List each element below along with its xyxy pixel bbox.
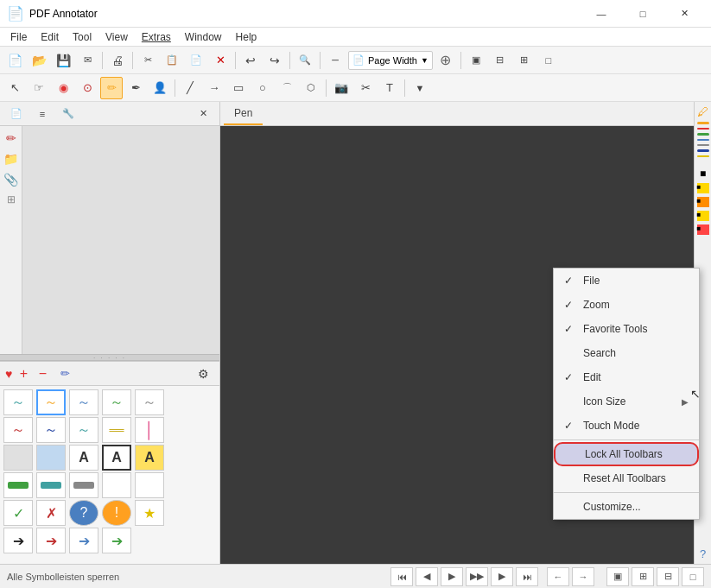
text-tool[interactable]: T — [378, 77, 401, 99]
menu-extras[interactable]: Extras — [135, 29, 178, 45]
stamp-tool[interactable]: 👤 — [149, 77, 171, 99]
view-btn4[interactable]: □ — [537, 49, 560, 72]
right-note-4[interactable]: ■ — [697, 211, 709, 221]
new-button[interactable]: 📄 — [3, 49, 26, 72]
stamp-green-bar[interactable] — [3, 472, 33, 498]
stamp-gray-wave[interactable]: ～ — [135, 389, 164, 415]
pen-tool-tab[interactable]: Pen — [224, 102, 263, 125]
pen-line-4[interactable] — [697, 139, 709, 141]
strip-thumb-icon[interactable]: ⊞ — [7, 193, 16, 205]
view-grid-4[interactable]: □ — [682, 567, 704, 586]
menu-edit[interactable]: Edit — [34, 29, 66, 45]
pen-line-5[interactable] — [697, 144, 709, 146]
nav-back[interactable]: ← — [547, 567, 569, 586]
nav-forward[interactable]: → — [572, 567, 594, 586]
ctx-customize[interactable]: ✓ Customize... — [554, 495, 699, 519]
ctx-favorite-tools[interactable]: ✓ Favorite Tools — [554, 317, 699, 341]
view-grid-3[interactable]: ⊟ — [657, 567, 679, 586]
view-btn3[interactable]: ⊞ — [513, 49, 536, 72]
right-help[interactable]: ? — [700, 547, 706, 560]
line-tool[interactable]: ╱ — [179, 77, 201, 99]
hand-tool[interactable]: ☞ — [28, 77, 50, 99]
stamp-checkmark[interactable]: ✓ — [3, 500, 33, 526]
stamp-red-wave[interactable]: ～ — [3, 417, 33, 443]
crop-tool[interactable]: ✂ — [354, 77, 377, 99]
right-note-3[interactable]: ■ — [697, 197, 709, 207]
ellipse-tool[interactable]: ○ — [251, 77, 274, 99]
pen-line-7[interactable] — [697, 155, 709, 157]
view-btn1[interactable]: ▣ — [465, 49, 487, 72]
camera-tool[interactable]: 📷 — [330, 77, 352, 99]
panel-divider[interactable]: · · · · · — [0, 354, 219, 361]
stamp-exclaim[interactable]: ! — [102, 500, 131, 526]
undo-button[interactable]: ↩ — [239, 49, 262, 72]
panel-new[interactable]: 📄 — [5, 103, 28, 125]
zoom-in-button[interactable]: ⊕ — [435, 49, 457, 72]
panel-close[interactable]: ✕ — [192, 103, 214, 125]
stamp-pink-bar[interactable]: │ — [135, 417, 164, 443]
ctx-icon-size[interactable]: ✓ Icon Size ▶ — [554, 389, 699, 414]
menu-help[interactable]: Help — [229, 29, 264, 45]
pen-line-3[interactable] — [697, 133, 709, 136]
stamp-teal-wave[interactable]: ～ — [3, 389, 33, 415]
select-tool[interactable]: ↖ — [3, 77, 26, 99]
stamp-text-a[interactable]: A — [69, 445, 98, 471]
save-button[interactable]: 💾 — [52, 49, 74, 72]
menu-view[interactable]: View — [98, 29, 135, 45]
play-end-btn[interactable]: ▶▶ — [466, 567, 488, 586]
ctx-file[interactable]: ✓ File — [554, 269, 699, 293]
minimize-button[interactable]: — — [581, 0, 621, 28]
zoom-selector[interactable]: 📄 Page Width ▼ — [348, 51, 433, 70]
strip-pen-icon[interactable]: ✏ — [6, 131, 16, 145]
pen-line-2[interactable] — [697, 128, 709, 130]
play-btn[interactable]: ▶ — [441, 567, 463, 586]
menu-window[interactable]: Window — [178, 29, 229, 45]
panel-type[interactable]: ≡ — [31, 103, 54, 125]
ctx-touch-mode[interactable]: ✓ Touch Mode — [554, 414, 699, 438]
zoom-out-button[interactable]: − — [324, 49, 346, 72]
stamp-text-a-yellow[interactable]: A — [135, 445, 164, 471]
stamp-star[interactable]: ★ — [135, 500, 164, 526]
stamp-green-arrow[interactable]: ➔ — [102, 528, 131, 553]
print-button[interactable]: 🖨 — [106, 49, 129, 72]
copy-button[interactable]: 📋 — [161, 49, 183, 72]
find-button[interactable]: 🔍 — [294, 49, 316, 72]
poly-tool[interactable]: ⬡ — [300, 77, 322, 99]
rect-tool[interactable]: ▭ — [227, 77, 250, 99]
stamp-bar3[interactable] — [69, 472, 98, 498]
stamp-yellow-line[interactable]: ══ — [102, 417, 131, 443]
stamp-teal-bar[interactable] — [36, 472, 66, 498]
ann-add-btn[interactable]: + — [16, 366, 31, 382]
stamp-bar4[interactable] — [102, 472, 131, 498]
view-btn2[interactable]: ⊟ — [489, 49, 511, 72]
page-next[interactable]: ▶ — [491, 567, 513, 586]
arrow-tool[interactable]: → — [203, 77, 225, 99]
stamp-blue-arrow[interactable]: ➔ — [69, 528, 98, 553]
stamp-blue-box[interactable] — [36, 445, 66, 471]
stamp-green-wave[interactable]: ～ — [102, 389, 131, 415]
ctx-zoom[interactable]: ✓ Zoom — [554, 293, 699, 317]
lasso-tool[interactable]: ⊙ — [76, 77, 98, 99]
redo-button[interactable]: ↪ — [263, 49, 286, 72]
ann-pen-btn[interactable]: ✏ — [54, 363, 76, 385]
panel-tool[interactable]: 🔧 — [57, 103, 79, 125]
delete-button[interactable]: ✕ — [209, 49, 232, 72]
stamp-teal2-wave[interactable]: ～ — [69, 417, 98, 443]
ctx-edit[interactable]: ✓ Edit — [554, 365, 699, 389]
close-button[interactable]: ✕ — [664, 0, 704, 28]
stamp-red-arrow[interactable]: ➔ — [36, 528, 66, 553]
menu-tool[interactable]: Tool — [66, 29, 98, 45]
open-button[interactable]: 📂 — [28, 49, 50, 72]
stamp-orange-wave[interactable]: ～ — [36, 389, 66, 415]
pen-line-1[interactable] — [697, 122, 709, 124]
right-note-5[interactable]: ■ — [697, 224, 709, 235]
ctx-lock-toolbars[interactable]: ✓ Lock All Toolbars — [554, 442, 699, 466]
view-grid-2[interactable]: ⊞ — [632, 567, 654, 586]
ann-settings-btn[interactable]: ⚙ — [192, 363, 214, 385]
view-grid-1[interactable]: ▣ — [606, 567, 629, 586]
ctx-search[interactable]: ✓ Search — [554, 341, 699, 365]
ctx-reset-toolbars[interactable]: ✓ Reset All Toolbars — [554, 466, 699, 490]
right-note-1[interactable]: ■ — [700, 168, 706, 180]
strip-folder-icon[interactable]: 📁 — [3, 152, 18, 166]
paste-button[interactable]: 📄 — [185, 49, 207, 72]
